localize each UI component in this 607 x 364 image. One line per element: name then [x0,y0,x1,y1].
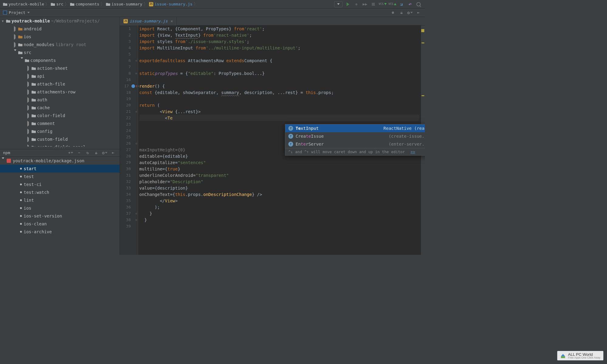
gutter-line[interactable]: 30 [120,166,139,172]
npm-script-row[interactable]: test-ci [0,180,120,188]
code-line[interactable]: import React, {Component, PropTypes} fro… [139,25,419,32]
gutter-line[interactable]: 22 [120,115,139,121]
code-line[interactable]: value={description} [139,185,419,191]
hint-link[interactable]: >> [411,150,415,154]
code-line[interactable] [139,51,419,57]
completion-item[interactable]: fEnterServer(enter-server.js, src/views/… [285,140,425,148]
splitter[interactable]: ////// [0,147,120,149]
npm-package-row[interactable]: youtrack-mobile/package.json [0,157,120,165]
code-line[interactable]: <Te [139,115,419,121]
fold-icon[interactable]: ⊟ [135,218,137,221]
stop-button[interactable] [370,1,377,8]
npm-script-row[interactable]: test:watch [0,188,120,196]
code-line[interactable]: <View {...rest}> [139,108,419,115]
npm-script-row[interactable]: ios-archive [0,228,120,236]
gutter-line[interactable]: 24 [120,127,139,134]
completion-popup[interactable]: fTextInputReactNative (react-native.js, … [285,124,425,156]
code-line[interactable]: static propTypes = {"editable": PropType… [139,70,419,76]
breadcrumb-item[interactable]: src [51,2,63,6]
gutter-line[interactable]: 8⊞ [120,70,139,76]
inspection-indicator[interactable] [421,29,424,32]
code-line[interactable]: export default class AttachmentsRow exte… [139,57,419,64]
gutter-line[interactable]: 25 [120,134,139,140]
gutter-line[interactable]: 5 [120,51,139,57]
code-line[interactable] [139,223,419,229]
close-icon[interactable]: × [171,19,173,23]
gutter-line[interactable]: 39 [120,223,139,229]
vcs-update[interactable]: VCS [378,3,386,5]
history-button[interactable]: ◪ [398,1,405,8]
npm-script-row[interactable]: lint [0,196,120,204]
tree-row[interactable]: color-field [0,112,120,120]
fold-icon[interactable]: ⊟ [137,85,139,88]
code-line[interactable]: } [139,210,419,217]
code-line[interactable]: render() { [139,83,419,89]
gutter-line[interactable]: 35 [120,197,139,204]
code-line[interactable]: return ( [139,102,419,108]
npm-script-row[interactable]: start [0,165,120,173]
project-tree[interactable]: ▼ youtrack-mobile ~/WebstormProjects/ an… [0,17,120,147]
tree-row[interactable]: cache [0,104,120,112]
debug-button[interactable]: ✺ [353,1,360,8]
code-area[interactable]: import React, {Component, PropTypes} fro… [120,25,425,255]
warning-marker[interactable] [422,42,424,43]
fold-icon[interactable]: ⊞ [135,72,137,75]
breadcrumb-item[interactable]: youtrack-mobile [3,2,44,6]
code-line[interactable]: import MultilineInput from '../multiline… [139,45,419,51]
settings-button[interactable]: ⚙ [407,9,413,16]
fold-icon[interactable]: ⊟ [135,142,137,145]
gutter-line[interactable]: 34 [120,191,139,197]
code-line[interactable]: ); [139,204,419,210]
npm-collapse-button[interactable]: ⇊ [93,150,100,156]
project-view-dropdown[interactable]: Project [3,10,30,15]
tree-row[interactable]: custom-fields-panel [0,143,120,147]
code-line[interactable] [139,64,419,70]
tree-row[interactable]: ▼ youtrack-mobile ~/WebstormProjects/ [0,17,120,25]
fold-icon[interactable]: ⊟ [135,59,137,62]
gutter-line[interactable]: 37⊟ [120,210,139,217]
tree-row[interactable]: src [0,49,120,56]
gutter-line[interactable]: 19 [120,96,139,102]
code-line[interactable]: underlineColorAndroid="transparent" [139,172,419,178]
npm-script-row[interactable]: test [0,173,120,180]
gutter-line[interactable]: 20 [120,102,139,108]
breadcrumb-item[interactable]: issue-summary [106,2,142,6]
override-icon[interactable] [131,84,135,88]
completion-item[interactable]: fTextInputReactNative (react-native.js, … [285,124,425,132]
gutter-line[interactable]: 3 [120,38,139,45]
locate-button[interactable]: ⊕ [390,9,396,16]
tree-row[interactable]: ios [0,33,120,41]
gutter-line[interactable]: 38⊟ [120,217,139,223]
tree-row[interactable]: android [0,25,120,33]
gutter-line[interactable]: 23 [120,121,139,127]
gutter-line[interactable]: 17↑⊟ [120,83,139,89]
tree-row[interactable]: config [0,127,120,135]
code-line[interactable]: const {editable, showSeparator, summary,… [139,89,419,96]
gutter-line[interactable]: 4 [120,45,139,51]
breadcrumb-item[interactable]: components [70,2,99,6]
breadcrumb-item[interactable]: JS issue-summary.js [149,2,192,6]
npm-scripts-tree[interactable]: youtrack-mobile/package.json start test … [0,157,120,236]
collapse-all-button[interactable]: ⇊ [398,9,405,16]
gutter-line[interactable]: 31 [120,172,139,178]
tree-row[interactable]: attachments-row [0,88,120,96]
warning-marker[interactable] [422,95,424,96]
npm-script-row[interactable]: ios-set-version [0,212,120,220]
fold-icon[interactable]: ⊟ [135,212,137,215]
npm-script-row[interactable]: ios-clean [0,220,120,228]
tree-row[interactable]: comment [0,120,120,127]
code-line[interactable]: } [139,217,419,223]
code-line[interactable]: import {View, TextInput} from 'react-nat… [139,32,419,38]
tree-row[interactable]: action-sheet [0,64,120,72]
npm-refresh-button[interactable]: ↻ [84,150,91,156]
tree-row[interactable]: api [0,72,120,80]
gutter-line[interactable]: 2 [120,32,139,38]
code-line[interactable] [139,76,419,83]
code-line[interactable]: autoCapitalize="sentences" [139,159,419,166]
tree-row[interactable]: components [0,56,120,64]
npm-hide-button[interactable]: ⇤ [110,150,117,156]
gutter-line[interactable]: 21⊟ [120,108,139,115]
fold-icon[interactable]: ⊟ [135,110,137,113]
gutter-line[interactable]: 18 [120,89,139,96]
gutter-line[interactable]: 26⊟ [120,140,139,147]
